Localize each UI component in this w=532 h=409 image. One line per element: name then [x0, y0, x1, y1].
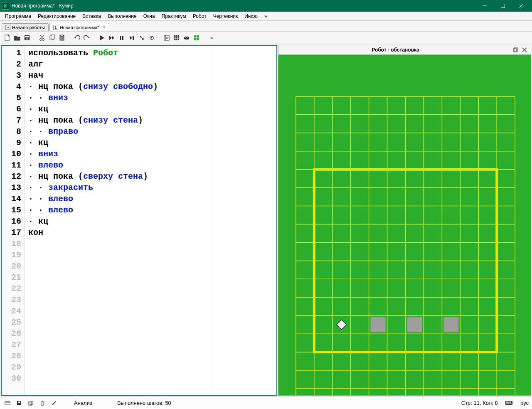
window-title: Новая программа* - Кумир [12, 3, 475, 9]
minimize-button[interactable] [475, 0, 494, 12]
toggle-vars-button[interactable]: 01 [162, 33, 171, 42]
copy-button[interactable] [47, 33, 57, 42]
tab-1[interactable]: 1Новая программа*✕ [49, 23, 109, 31]
line-number: 5 [3, 92, 21, 103]
cut-button[interactable] [37, 33, 47, 42]
robot-panel-title: Робот - обстановка [281, 47, 510, 53]
tab-label: Начало работы [12, 25, 45, 30]
toggle-grid-button[interactable] [172, 33, 181, 42]
svg-text:01: 01 [166, 36, 170, 40]
menu-»[interactable]: » [261, 12, 271, 20]
save-file-button[interactable] [22, 33, 32, 42]
status-bar: Анализ Выполнено шагов: 50 Стр: 11, Кол:… [0, 397, 532, 409]
undo-button[interactable] [72, 33, 81, 42]
robot-panel-titlebar: Робот - обстановка [278, 45, 531, 55]
menu-редактирование[interactable]: Редактирование [34, 12, 79, 20]
line-number: 18 [3, 238, 21, 249]
menu-практикум[interactable]: Практикум [158, 12, 190, 20]
step-button[interactable] [147, 33, 156, 42]
step-over-button[interactable] [127, 33, 136, 42]
menu-программа[interactable]: Программа [2, 12, 34, 20]
paste-button[interactable] [57, 33, 66, 42]
menu-выполнение[interactable]: Выполнение [104, 12, 140, 20]
line-number: 11 [3, 160, 21, 171]
overflow-label: » [210, 35, 213, 41]
line-number: 1 [3, 47, 21, 59]
tab-close-icon[interactable]: ✕ [102, 25, 106, 30]
toggle-robot-field-button[interactable] [192, 33, 201, 42]
svg-line-12 [40, 35, 43, 39]
editor-margin [210, 46, 276, 395]
line-number: 12 [3, 171, 21, 182]
tab-0[interactable]: ~Начало работы [2, 23, 49, 31]
close-button[interactable] [512, 0, 530, 12]
run-fast-button[interactable] [107, 33, 116, 42]
svg-rect-15 [51, 35, 54, 39]
tab-icon: 1 [53, 25, 58, 30]
menu-bar: ПрограммаРедактированиеВставкаВыполнение… [0, 12, 532, 21]
robot-close-button[interactable] [521, 46, 528, 54]
svg-marker-21 [109, 36, 112, 40]
robot-panel: Робот - обстановка [278, 45, 531, 396]
status-console-icon[interactable] [3, 399, 12, 407]
svg-marker-25 [130, 36, 132, 40]
menu-инфо[interactable]: Инфо [241, 12, 261, 20]
line-number: 26 [3, 328, 21, 339]
code-line: · кц [28, 216, 207, 227]
menu-чертежник[interactable]: Чертежник [210, 12, 241, 20]
code-line: · · влево [28, 204, 207, 216]
stop-button[interactable] [117, 33, 126, 42]
redo-button[interactable] [82, 33, 91, 42]
svg-marker-20 [100, 35, 104, 40]
run-button[interactable] [97, 33, 106, 42]
line-number: 28 [3, 350, 21, 362]
line-number: 10 [3, 148, 21, 160]
code-line: · вниз [28, 148, 207, 160]
svg-line-96 [52, 402, 56, 405]
line-number: 17 [3, 227, 21, 238]
code-line: использовать Робот [28, 47, 207, 59]
menu-робот[interactable]: Робот [190, 12, 210, 20]
menu-окна[interactable]: Окна [140, 12, 158, 20]
robot-field[interactable] [278, 55, 531, 396]
main-toolbar: 01 » [0, 32, 532, 44]
tab-icon: ~ [5, 25, 10, 30]
app-icon: К [2, 2, 9, 10]
line-number: 14 [3, 193, 21, 204]
robot-restore-button[interactable] [512, 46, 519, 54]
svg-line-29 [140, 37, 143, 39]
line-number: 23 [3, 294, 21, 306]
svg-rect-9 [26, 38, 28, 40]
line-number: 8 [3, 126, 21, 137]
status-edit-icon[interactable] [50, 399, 58, 407]
keyboard-icon: ⌨ [505, 400, 513, 406]
code-line: · · влево [28, 193, 207, 204]
maximize-button[interactable] [494, 0, 512, 12]
svg-point-10 [40, 38, 42, 40]
open-file-button[interactable] [12, 33, 22, 42]
status-save-icon[interactable] [15, 399, 23, 407]
code-editor[interactable]: 1234567891011121314151617181920212223242… [1, 45, 277, 396]
code-area[interactable]: использовать Роботалгнач· нц пока (снизу… [25, 46, 210, 395]
main-area: 1234567891011121314151617181920212223242… [0, 44, 532, 397]
line-number: 4 [3, 81, 21, 92]
svg-rect-85 [443, 317, 458, 332]
status-trash-icon[interactable] [38, 399, 47, 407]
toolbar-overflow-button[interactable]: » [207, 33, 216, 42]
svg-rect-17 [61, 35, 63, 36]
step-into-button[interactable] [137, 33, 146, 42]
svg-marker-86 [337, 320, 347, 330]
line-number: 15 [3, 204, 21, 216]
svg-rect-87 [5, 402, 10, 405]
toggle-gamepad-button[interactable] [182, 33, 191, 42]
status-steps: Выполнено шагов: 50 [117, 400, 171, 406]
code-line: · нц пока (снизу стена) [28, 115, 207, 126]
code-line: нач [28, 70, 207, 81]
menu-вставка[interactable]: Вставка [79, 12, 104, 20]
status-copy-icon[interactable] [27, 399, 35, 407]
new-file-button[interactable] [2, 33, 12, 42]
svg-rect-83 [371, 317, 386, 332]
line-number: 20 [3, 261, 21, 272]
svg-rect-84 [407, 317, 422, 332]
line-number: 3 [3, 70, 21, 81]
